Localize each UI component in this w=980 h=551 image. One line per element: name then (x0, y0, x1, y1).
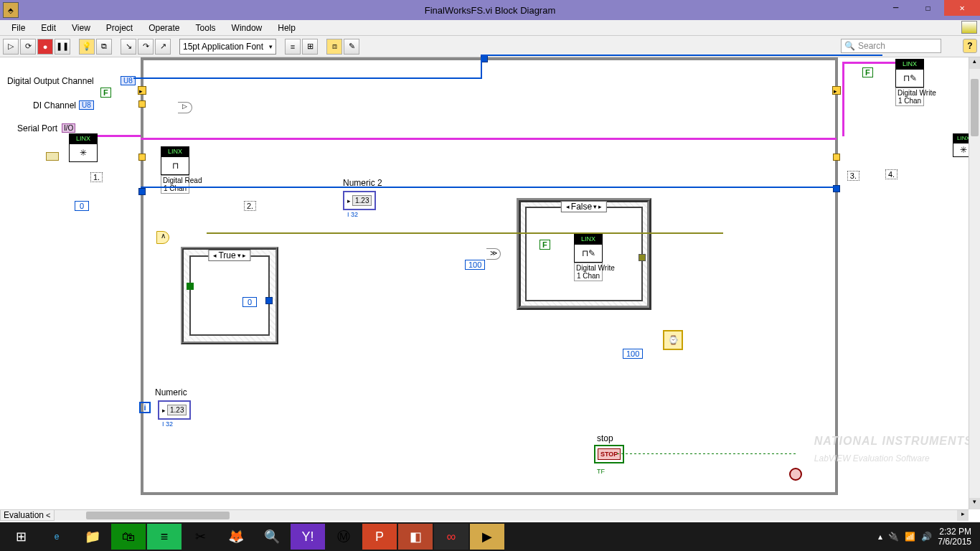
visa-resource-terminal[interactable] (46, 152, 59, 161)
case-selector-true[interactable]: ◂True▾▸ (208, 250, 250, 261)
taskbar-powerpoint-icon[interactable]: P (362, 524, 397, 550)
menu-help[interactable]: Help (270, 22, 303, 34)
app-icon: ⬘ (3, 2, 19, 18)
step-over-button[interactable]: ↷ (138, 39, 154, 55)
search-input[interactable]: 🔍 Search (841, 39, 941, 53)
shift-register-left-2[interactable] (138, 100, 146, 108)
case-tunnel-out[interactable] (265, 297, 273, 304)
taskbar-snip-icon[interactable]: ✂ (183, 524, 217, 550)
taskbar: ⊞ e 📁 🛍 ≡ ✂ 🦊 🔍 Y! Ⓜ P ◧ ∞ ▶ ▴ 🔌 📶 🔊 2:3… (0, 522, 980, 551)
shift-register-left-1[interactable] (138, 86, 146, 95)
taskbar-labview-icon[interactable]: ▶ (470, 524, 504, 550)
window-close-button[interactable]: ✕ (944, 0, 980, 16)
start-button[interactable]: ⊞ (4, 524, 38, 550)
invert-gate-icon[interactable]: ▷ (178, 102, 192, 113)
menu-edit[interactable]: Edit (34, 22, 63, 34)
reorder-button[interactable]: ⧈ (326, 39, 342, 55)
linx-digital-write-vi-inner[interactable]: LINX ⊓✎ Digital Write 1 Chan (574, 234, 603, 281)
serial-port-terminal[interactable]: I/O (62, 123, 75, 133)
case-tunnel-olive[interactable] (639, 254, 646, 261)
menu-window[interactable]: Window (225, 22, 270, 34)
stop-label: stop (597, 433, 613, 443)
loop-iteration-terminal[interactable]: i (139, 402, 151, 413)
shift-register-left-3[interactable] (138, 154, 146, 161)
window-maximize-button[interactable]: ☐ (912, 0, 944, 16)
linx-digital-write-vi-outer[interactable]: LINX ⊓✎ Digital Write 1 Chan (895, 59, 924, 106)
shift-register-right-2[interactable] (833, 154, 840, 161)
taskbar-ie-icon[interactable]: e (39, 524, 74, 550)
distribute-button[interactable]: ⊞ (302, 39, 318, 55)
case-structure-false[interactable]: ◂False▾▸ F LINX ⊓✎ Digital Write 1 Chan (525, 207, 643, 301)
flat-sequence-1[interactable]: ◂True▾▸ 0 (181, 247, 278, 344)
tunnel-left-1[interactable] (138, 188, 146, 195)
menu-view[interactable]: View (65, 22, 98, 34)
case-selector-false[interactable]: ◂False▾▸ (561, 201, 607, 212)
vi-icon[interactable] (961, 21, 977, 34)
wait-ms-node[interactable]: ⌚ (663, 330, 683, 350)
cleanup-button[interactable]: ✎ (344, 39, 359, 55)
context-help-button[interactable]: ? (963, 39, 977, 53)
hscroll-thumb[interactable] (86, 512, 230, 519)
di-channel-terminal[interactable]: U8 (79, 100, 94, 110)
and-gate[interactable]: ∧ (156, 231, 169, 244)
vscroll-thumb[interactable] (971, 79, 979, 136)
wire-pink-out (842, 62, 895, 64)
linx-open-vi[interactable]: LINX ✳ (69, 133, 98, 162)
taskbar-explorer-icon[interactable]: 📁 (75, 524, 110, 550)
case-structure-true[interactable]: ◂True▾▸ 0 (189, 255, 270, 336)
stop-button-terminal[interactable]: STOP (594, 445, 624, 463)
menu-project[interactable]: Project (99, 22, 140, 34)
const-100-b[interactable]: 100 (623, 349, 643, 359)
step-into-button[interactable]: ↘ (121, 39, 136, 55)
pause-button[interactable]: ❚❚ (55, 39, 70, 55)
run-button[interactable]: ▷ (3, 39, 19, 55)
const-zero-case[interactable]: 0 (242, 297, 257, 307)
shift-register-right-1[interactable] (832, 86, 841, 95)
retain-wire-button[interactable]: ⧉ (96, 39, 112, 55)
step-2-label: 2. (244, 201, 256, 211)
menu-file[interactable]: File (4, 22, 32, 34)
menu-operate[interactable]: Operate (141, 22, 187, 34)
run-continuous-button[interactable]: ⟳ (20, 39, 36, 55)
taskbar-yahoo-icon[interactable]: Y! (291, 524, 325, 550)
bool-false-const-1[interactable]: F (100, 88, 111, 98)
tray-wifi-icon[interactable]: 📶 (905, 532, 915, 542)
vscroll-down-arrow[interactable]: ▾ (969, 498, 980, 509)
const-100-a[interactable]: 100 (465, 260, 485, 270)
numeric2-indicator[interactable]: ▸1.23 (343, 191, 376, 210)
font-selector[interactable]: 15pt Application Font (179, 39, 276, 55)
tray-up-icon[interactable]: ▴ (878, 532, 882, 542)
step-out-button[interactable]: ↗ (155, 39, 171, 55)
window-minimize-button[interactable]: ─ (880, 0, 912, 16)
block-diagram-canvas[interactable]: Digital Output Channel U8 DI Channel U8 … (0, 57, 980, 508)
highlight-execute-button[interactable]: 💡 (79, 39, 95, 55)
loop-stop-condition[interactable] (789, 468, 802, 481)
taskbar-creative-cloud-icon[interactable]: ∞ (434, 524, 468, 550)
align-button[interactable]: ≡ (285, 39, 301, 55)
vscroll-up-arrow[interactable]: ▴ (969, 57, 980, 69)
taskbar-firefox-icon[interactable]: 🦊 (219, 524, 253, 550)
tray-clock[interactable]: 2:32 PM 7/6/2015 (938, 527, 971, 547)
taskbar-mcafee-icon[interactable]: Ⓜ (326, 524, 361, 550)
const-zero-left[interactable]: 0 (75, 201, 89, 211)
tray-power-icon[interactable]: 🔌 (888, 532, 899, 542)
greater-than-node[interactable]: ≫ (486, 248, 501, 260)
taskbar-search-icon[interactable]: 🔍 (255, 524, 289, 550)
hscroll-right-arrow[interactable]: ▸ (957, 510, 969, 521)
abort-button[interactable]: ● (37, 39, 53, 55)
numeric-indicator[interactable]: ▸1.23 (158, 400, 191, 420)
while-loop[interactable]: LINX ⊓ Digital Read 1 Chan 2. ▷ ∧ ◂True▾… (141, 57, 838, 495)
vertical-scrollbar[interactable]: ▴ ▾ (969, 57, 980, 509)
horizontal-scrollbar[interactable]: ◂ ▸ (0, 509, 969, 521)
taskbar-spotify-icon[interactable]: ≡ (147, 524, 182, 550)
label-serial-port: Serial Port (17, 123, 57, 133)
bool-false-const-3[interactable]: F (862, 67, 873, 77)
menu-tools[interactable]: Tools (189, 22, 223, 34)
flat-sequence-2[interactable]: ◂False▾▸ F LINX ⊓✎ Digital Write 1 Chan (517, 198, 651, 310)
taskbar-store-icon[interactable]: 🛍 (111, 524, 146, 550)
bool-false-const-2[interactable]: F (540, 240, 550, 250)
case-selector-terminal[interactable] (187, 283, 194, 290)
taskbar-office-icon[interactable]: ◧ (398, 524, 433, 550)
system-tray[interactable]: ▴ 🔌 📶 🔊 2:32 PM 7/6/2015 (878, 527, 977, 547)
tray-volume-icon[interactable]: 🔊 (921, 532, 932, 542)
